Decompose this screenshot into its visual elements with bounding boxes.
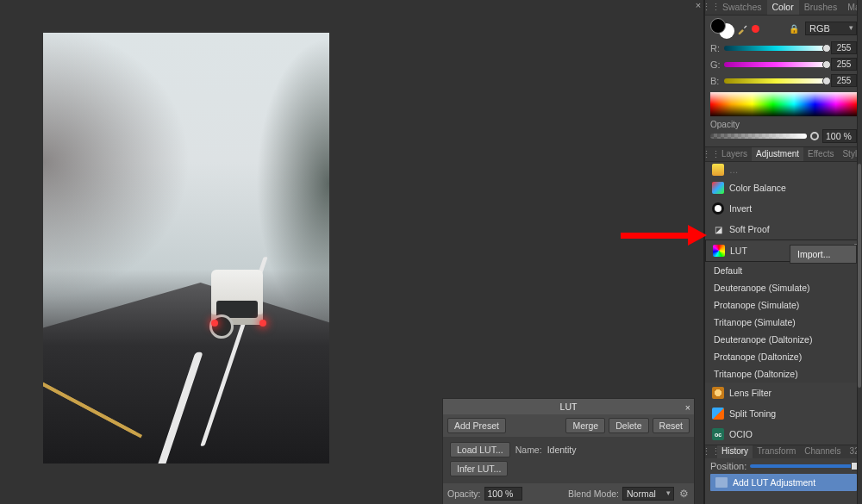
- tab-brushes[interactable]: Brushes: [799, 0, 843, 15]
- lut-dialog-title[interactable]: LUT ×: [443, 399, 694, 414]
- adj-color-balance[interactable]: Color Balance: [705, 177, 862, 198]
- selective-color-icon: [712, 164, 724, 176]
- record-dot-icon: [752, 25, 759, 33]
- tab-layers[interactable]: Layers: [717, 147, 752, 161]
- tab-effects[interactable]: Effects: [803, 147, 838, 161]
- history-entry-icon: [715, 477, 728, 488]
- lut-name-label: Name:: [515, 445, 542, 455]
- reset-button[interactable]: Reset: [653, 418, 690, 433]
- r-slider[interactable]: [724, 46, 828, 51]
- adjustment-list: … Color Balance Invert ◪ Soft Proof LUT …: [705, 162, 862, 445]
- channel-b: B:: [705, 72, 862, 89]
- eyedropper-icon[interactable]: [737, 22, 749, 34]
- panel-tabs: ⋮⋮ Layers Adjustment Effects Styles Stoc…: [705, 146, 862, 162]
- adj-soft-proof[interactable]: ◪ Soft Proof: [705, 219, 862, 240]
- studio-tabs: ⋮⋮ Swatches Color Brushes Macro: [705, 0, 862, 16]
- lock-icon[interactable]: 🔒: [789, 24, 799, 34]
- adj-selective-color[interactable]: …: [705, 162, 862, 177]
- color-balance-icon: [712, 182, 724, 194]
- load-lut-button[interactable]: Load LUT...: [450, 442, 510, 457]
- channel-g: G:: [705, 56, 862, 72]
- opacity-handle-icon[interactable]: [810, 132, 819, 140]
- lut-preset-prot-dal[interactable]: Protanope (Daltonize): [705, 348, 862, 365]
- lut-preset-list: Default Deuteranope (Simulate) Protanope…: [705, 262, 862, 383]
- delete-button[interactable]: Delete: [609, 418, 648, 433]
- lut-dialog-title-text: LUT: [560, 401, 578, 412]
- color-mode-select[interactable]: RGB: [805, 22, 857, 35]
- lut-preset-default[interactable]: Default: [705, 262, 862, 279]
- history-entry[interactable]: Add LUT Adjustment: [710, 474, 857, 491]
- position-label: Position:: [710, 461, 746, 471]
- bottom-tabs: ⋮⋮ History Transform Channels 32P: [705, 445, 862, 458]
- opacity-label: Opacity: [710, 120, 857, 129]
- add-preset-button[interactable]: Add Preset: [447, 418, 506, 433]
- history-position: Position:: [705, 458, 862, 474]
- adj-label: OCIO: [729, 429, 753, 439]
- b-slider[interactable]: [724, 78, 828, 84]
- lut-preset-trit-dal[interactable]: Tritanope (Daltonize): [705, 365, 862, 383]
- tab-swatches[interactable]: Swatches: [717, 0, 767, 15]
- lut-preset-prot-sim[interactable]: Protanope (Simulate): [705, 296, 862, 314]
- adj-label: LUT: [730, 246, 747, 256]
- tab-color[interactable]: Color: [767, 0, 799, 15]
- r-label: R:: [710, 43, 721, 53]
- adj-lens-filter[interactable]: Lens Filter: [705, 383, 862, 403]
- g-label: G:: [710, 59, 721, 70]
- adj-label: Lens Filter: [729, 388, 771, 398]
- right-sidebar: ⋮⋮ Swatches Color Brushes Macro 🔒 RGB R:…: [704, 0, 862, 504]
- blend-mode-select[interactable]: Normal: [622, 487, 674, 501]
- lut-preset-deut-dal[interactable]: Deuteranope (Daltonize): [705, 331, 862, 348]
- history-entry-label: Add LUT Adjustment: [733, 477, 815, 488]
- opacity-slider[interactable]: [710, 134, 807, 139]
- opacity-input[interactable]: 100 %: [484, 487, 522, 501]
- grip-icon[interactable]: ⋮⋮: [705, 147, 717, 161]
- b-label: B:: [710, 76, 721, 86]
- adj-label: Soft Proof: [729, 224, 770, 234]
- blend-mode-label: Blend Mode:: [568, 488, 619, 499]
- adj-label: Split Toning: [729, 408, 776, 419]
- sidebar-scrollbar[interactable]: [857, 0, 862, 504]
- adj-label: Invert: [729, 203, 752, 214]
- adj-ocio[interactable]: oc OCIO: [705, 424, 862, 445]
- g-slider[interactable]: [724, 62, 828, 67]
- lut-icon: [713, 245, 725, 257]
- van: [206, 270, 268, 347]
- lut-preset-trit-sim[interactable]: Tritanope (Simulate): [705, 314, 862, 331]
- grip-icon[interactable]: ⋮⋮: [705, 445, 717, 458]
- infer-lut-button[interactable]: Infer LUT...: [450, 461, 508, 476]
- lens-filter-icon: [712, 387, 724, 399]
- ocio-icon: oc: [712, 428, 724, 440]
- spectrum-picker[interactable]: [710, 92, 857, 116]
- split-toning-icon: [712, 408, 724, 420]
- channel-r: R:: [705, 40, 862, 56]
- opacity-label: Opacity:: [447, 488, 481, 499]
- lut-dialog: LUT × Add Preset Merge Delete Reset Load…: [442, 398, 695, 504]
- tab-channels[interactable]: Channels: [800, 445, 845, 458]
- invert-icon: [712, 202, 724, 215]
- adj-invert[interactable]: Invert: [705, 198, 862, 219]
- merge-button[interactable]: Merge: [565, 418, 605, 433]
- adj-split-toning[interactable]: Split Toning: [705, 403, 862, 424]
- lut-preset-deut-sim[interactable]: Deuteranope (Simulate): [705, 279, 862, 296]
- position-slider[interactable]: [750, 464, 857, 468]
- g-input[interactable]: [831, 58, 857, 71]
- document-image[interactable]: [43, 33, 329, 464]
- adj-label: …: [729, 165, 739, 175]
- gear-icon[interactable]: ⚙: [678, 488, 690, 500]
- grip-icon[interactable]: ⋮⋮: [705, 0, 717, 15]
- tab-history[interactable]: History: [717, 445, 753, 458]
- tab-transform[interactable]: Transform: [753, 445, 800, 458]
- soft-proof-icon: ◪: [712, 223, 724, 235]
- b-input[interactable]: [831, 74, 857, 87]
- fg-bg-swatch[interactable]: [710, 18, 734, 39]
- r-input[interactable]: [831, 41, 857, 54]
- opacity-value[interactable]: 100 %: [822, 129, 857, 143]
- import-menu-item[interactable]: Import...: [790, 245, 857, 264]
- close-icon[interactable]: ×: [685, 400, 690, 415]
- adj-label: Color Balance: [729, 183, 786, 193]
- tab-adjustment[interactable]: Adjustment: [752, 147, 803, 161]
- lut-name-value: Identity: [547, 445, 577, 455]
